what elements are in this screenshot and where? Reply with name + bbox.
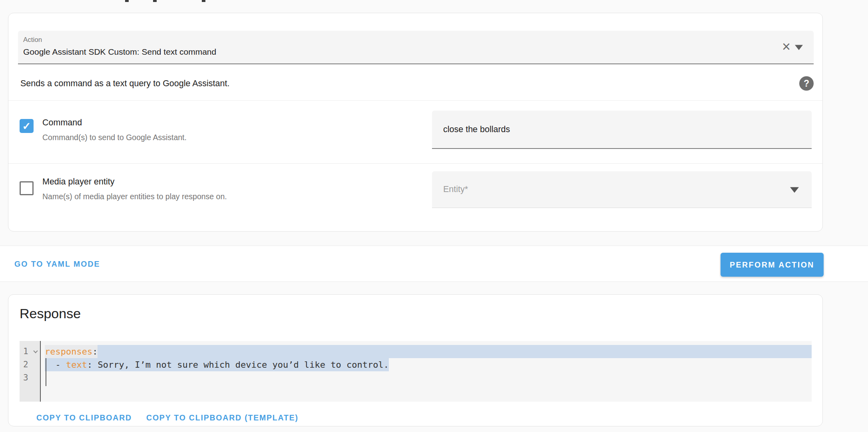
clear-icon[interactable]: × <box>782 40 790 54</box>
editor-cursor <box>46 358 46 386</box>
entity-placeholder: Entity* <box>432 184 468 194</box>
media-player-description: Name(s) of media player entities to play… <box>42 192 227 201</box>
action-combobox[interactable]: Action Google Assistant SDK Custom: Send… <box>18 31 814 64</box>
command-description: Command(s) to send to Google Assistant. <box>42 133 187 142</box>
fold-chevron-icon[interactable] <box>33 349 38 353</box>
editor-gutter: 1 2 3 <box>20 341 41 402</box>
entity-dropdown-caret-icon[interactable] <box>790 187 799 192</box>
selection-highlight <box>98 345 812 358</box>
command-input-value: close the bollards <box>432 125 510 135</box>
command-input[interactable]: close the bollards <box>432 111 812 149</box>
divider <box>8 100 822 101</box>
actions-toolbar: GO TO YAML MODE PERFORM ACTION <box>0 246 868 282</box>
divider <box>8 163 822 164</box>
command-title: Command <box>42 118 82 128</box>
line-number: 1 <box>20 345 40 358</box>
go-to-yaml-mode-button[interactable]: GO TO YAML MODE <box>14 259 100 268</box>
help-icon[interactable]: ? <box>799 76 814 91</box>
response-title: Response <box>20 306 81 321</box>
action-description-row: Sends a command as a text query to Googl… <box>20 73 814 94</box>
developer-tools-actions-page: Action Google Assistant SDK Custom: Send… <box>0 0 868 432</box>
dropdown-caret-icon[interactable] <box>795 45 803 50</box>
action-card: Action Google Assistant SDK Custom: Send… <box>8 13 823 232</box>
copy-to-clipboard-button[interactable]: COPY TO CLIPBOARD <box>36 413 132 422</box>
copy-buttons-row: COPY TO CLIPBOARD COPY TO CLIPBOARD (TEM… <box>36 410 299 426</box>
checkmark-icon: ✓ <box>22 121 31 131</box>
editor-content[interactable]: responses: - text: Sorry, I’m not sure w… <box>41 341 812 402</box>
media-player-checkbox[interactable] <box>20 181 34 195</box>
code-line-2: - text: Sorry, I’m not sure which device… <box>41 358 812 371</box>
command-checkbox[interactable]: ✓ <box>20 119 34 133</box>
action-description: Sends a command as a text query to Googl… <box>20 79 229 89</box>
yaml-response-editor[interactable]: 1 2 3 responses: - text: Sorry, I’m not … <box>20 341 812 402</box>
copy-to-clipboard-template-button[interactable]: COPY TO CLIPBOARD (TEMPLATE) <box>146 413 299 422</box>
perform-action-button[interactable]: PERFORM ACTION <box>721 253 824 277</box>
line-number: 2 <box>20 358 40 371</box>
line-number: 3 <box>20 371 40 384</box>
code-line-1: responses: <box>41 345 812 358</box>
action-field-value: Google Assistant SDK Custom: Send text c… <box>23 47 216 57</box>
action-field-label: Action <box>23 36 42 44</box>
media-player-title: Media player entity <box>42 177 114 187</box>
code-line-3 <box>41 371 812 384</box>
response-card: Response 1 2 3 responses: - text: Sorry,… <box>8 294 823 426</box>
entity-select[interactable]: Entity* <box>432 171 812 208</box>
